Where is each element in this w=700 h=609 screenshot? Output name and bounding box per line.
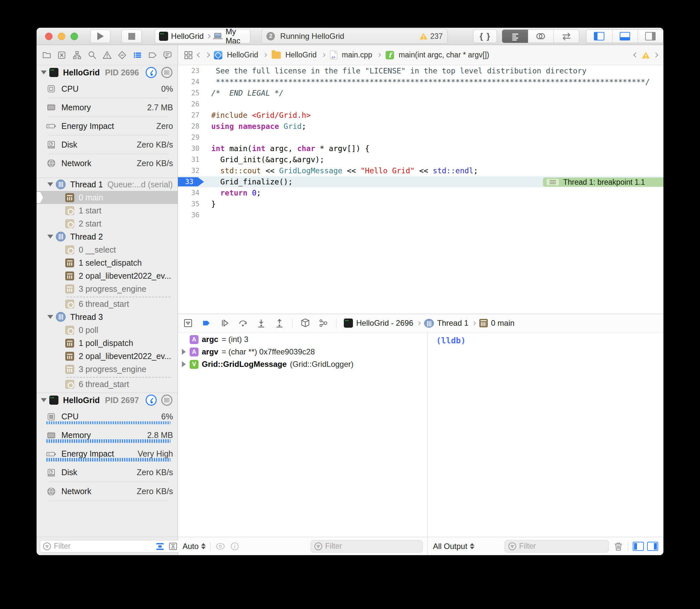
stop-button[interactable] xyxy=(121,29,141,43)
breadcrumb-thread[interactable]: Thread 1 xyxy=(437,318,468,328)
info-button[interactable] xyxy=(230,542,239,551)
threads-view-button[interactable] xyxy=(161,395,172,406)
disclosure-down-icon[interactable] xyxy=(47,315,53,319)
code-line[interactable]: 27#include <Grid/Grid.h> xyxy=(178,110,663,121)
variable-row[interactable]: V Grid::GridLogMessage (Grid::GridLogger… xyxy=(178,358,427,370)
disclosure-down-icon[interactable] xyxy=(47,182,53,186)
step-into-button[interactable] xyxy=(256,317,267,329)
gauge-view-button[interactable] xyxy=(146,395,157,406)
line-number[interactable]: 26 xyxy=(178,99,202,110)
disclosure-right-icon[interactable] xyxy=(182,349,186,355)
stat-row-network[interactable]: Network Zero KB/s xyxy=(37,482,177,501)
code-line[interactable]: 26 xyxy=(178,99,663,110)
toggle-variables-view-button[interactable] xyxy=(633,542,644,551)
variable-row[interactable]: A argv = (char **) 0x7ffee9039c28 xyxy=(178,346,427,358)
report-navigator-tab[interactable] xyxy=(162,50,173,61)
breadcrumb-file[interactable]: main.cpp xyxy=(342,51,372,59)
code-line[interactable]: 32 std::cout << GridLogMessage << "Hello… xyxy=(178,165,663,176)
filter-flagged-icon[interactable] xyxy=(155,541,165,551)
breadcrumb-project[interactable]: HelloGrid xyxy=(227,51,258,59)
toggle-debug-area-button[interactable] xyxy=(612,30,638,43)
find-navigator-tab[interactable] xyxy=(86,50,98,61)
breadcrumb-process[interactable]: HelloGrid - 2696 xyxy=(356,318,413,328)
stat-row-energy[interactable]: Energy Impact Very High xyxy=(37,445,177,463)
console[interactable]: (lldb) xyxy=(428,333,663,537)
toggle-inspector-button[interactable] xyxy=(638,30,663,43)
source-control-tab[interactable] xyxy=(56,50,67,61)
activity-viewer[interactable]: 2 Running HelloGrid 237 xyxy=(261,29,448,44)
console-scope-dropdown[interactable]: All Output xyxy=(433,542,474,551)
stat-row-disk[interactable]: Disk Zero KB/s xyxy=(37,463,177,482)
line-number[interactable]: 23 xyxy=(178,65,202,76)
filter-frame-icon[interactable] xyxy=(168,541,178,551)
warning-count[interactable]: 237 xyxy=(419,32,443,41)
stack-frame-row[interactable]: 1 select_dispatch xyxy=(37,256,177,269)
go-forward-button[interactable] xyxy=(205,53,210,58)
stat-row-memory[interactable]: Memory 2.8 MB xyxy=(37,426,177,445)
stat-row-network[interactable]: Network Zero KB/s xyxy=(37,154,177,172)
source-editor[interactable]: 23 See the full license in the file "LIC… xyxy=(178,65,663,314)
line-number[interactable]: 30 xyxy=(178,143,202,154)
stat-row-memory[interactable]: Memory 2.7 MB xyxy=(37,98,177,117)
variable-row[interactable]: A argc = (int) 3 xyxy=(178,333,427,346)
continue-button[interactable] xyxy=(219,317,230,329)
line-number[interactable]: 36 xyxy=(178,210,202,221)
breadcrumb-group[interactable]: HelloGrid xyxy=(285,51,317,59)
breadcrumb-symbol[interactable]: main(int argc, char * argv[]) xyxy=(399,51,489,59)
annotation-menu-button[interactable] xyxy=(546,178,559,186)
toggle-console-button[interactable] xyxy=(647,542,658,551)
stack-frame-row[interactable]: 1 poll_dispatch xyxy=(37,336,177,350)
standard-editor-button[interactable] xyxy=(502,30,528,43)
variables-filter-input[interactable] xyxy=(325,542,400,551)
disclosure-right-icon[interactable] xyxy=(182,361,186,367)
navigator-filter-field[interactable] xyxy=(40,540,194,553)
debug-memory-graph-button[interactable] xyxy=(318,317,329,329)
stack-frame-row[interactable]: 0 poll xyxy=(37,324,177,336)
code-line[interactable]: 25/* END LEGAL */ xyxy=(178,87,663,99)
stack-frame-row[interactable]: 2 opal_libevent2022_ev... xyxy=(37,269,177,282)
stat-row-cpu[interactable]: CPU 0% xyxy=(37,80,177,98)
navigator-filter-input[interactable] xyxy=(54,542,151,551)
variables-scope-dropdown[interactable]: Auto xyxy=(183,542,206,551)
project-navigator-tab[interactable] xyxy=(41,50,52,61)
code-line[interactable]: 36 xyxy=(178,210,663,221)
current-breakpoint-line[interactable]: 33 33 Grid_finalize(); Thread 1: breakpo… xyxy=(178,176,663,187)
assistant-editor-button[interactable] xyxy=(528,30,553,43)
debug-view-hierarchy-button[interactable] xyxy=(300,317,311,329)
stack-frame-row[interactable]: 3 progress_engine xyxy=(37,282,177,295)
code-line[interactable]: 30int main(int argc, char * argv[]) { xyxy=(178,143,663,154)
issue-navigator-tab[interactable] xyxy=(102,50,113,61)
related-items-icon[interactable] xyxy=(184,51,193,60)
code-line[interactable]: 28using namespace Grid; xyxy=(178,121,663,132)
code-line[interactable]: 24 *************************************… xyxy=(178,76,663,87)
gauge-view-button[interactable] xyxy=(146,67,157,78)
version-editor-button[interactable] xyxy=(553,30,579,43)
code-line[interactable]: 34 return 0; xyxy=(178,187,663,198)
code-line[interactable]: 29 xyxy=(178,132,663,143)
code-line[interactable]: 35} xyxy=(178,198,663,210)
disclosure-down-icon[interactable] xyxy=(41,70,47,74)
quick-look-button[interactable] xyxy=(215,542,226,551)
step-out-button[interactable] xyxy=(274,317,285,329)
previous-issue-button[interactable] xyxy=(633,53,638,58)
stack-frame-row[interactable]: 2 opal_libevent2022_ev... xyxy=(37,350,177,363)
minimize-window-button[interactable] xyxy=(58,33,65,40)
stack-frame-row[interactable]: 3 progress_engine xyxy=(37,363,177,376)
clear-console-button[interactable] xyxy=(614,541,623,552)
toggle-navigator-button[interactable] xyxy=(586,30,612,43)
thread-2-row[interactable]: Thread 2 xyxy=(37,230,177,243)
stack-frame-row[interactable]: 2 start xyxy=(37,217,177,230)
line-number[interactable]: 31 xyxy=(178,154,202,165)
stack-frame-row[interactable]: 6 thread_start xyxy=(37,297,177,310)
stack-frame-row[interactable]: 1 start xyxy=(37,204,177,217)
line-number[interactable]: 24 xyxy=(178,76,202,87)
line-number[interactable]: 29 xyxy=(178,132,202,143)
test-navigator-tab[interactable] xyxy=(117,50,127,61)
breakpoints-toggle-button[interactable] xyxy=(201,317,212,329)
breadcrumb-frame[interactable]: 0 main xyxy=(491,318,515,328)
close-window-button[interactable] xyxy=(45,33,53,40)
console-filter-input[interactable] xyxy=(519,542,594,551)
stat-row-cpu[interactable]: CPU 6% xyxy=(37,407,177,426)
console-filter-field[interactable] xyxy=(505,540,609,553)
breakpoint-navigator-tab[interactable] xyxy=(147,50,158,61)
